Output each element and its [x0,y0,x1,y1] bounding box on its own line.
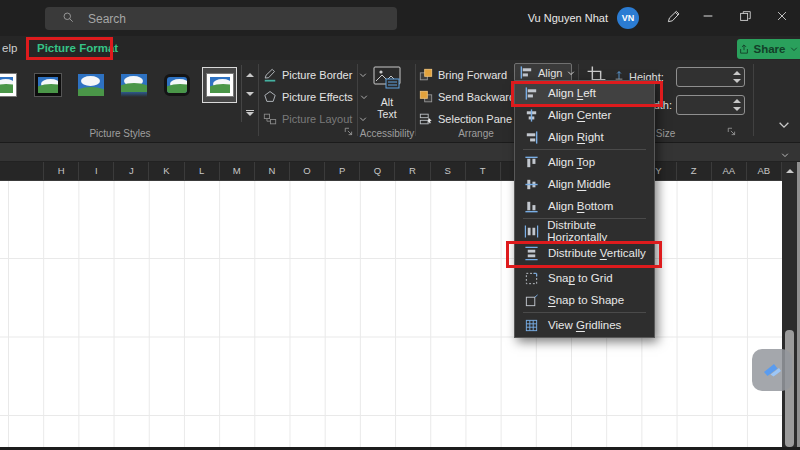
group-separator [415,64,416,136]
column-header-partial [0,162,44,180]
width-value [677,96,729,114]
dialog-launcher-icon [343,124,355,141]
column-header-H[interactable]: H [44,162,79,180]
search-placeholder: Search [88,12,126,26]
width-input[interactable] [676,95,745,115]
picture-style-plain[interactable] [74,68,107,102]
snap-to-shape-icon [523,293,540,308]
collapse-ribbon-button[interactable] [777,118,791,136]
column-header-R[interactable]: R [395,162,430,180]
close-button[interactable] [763,0,800,36]
column-headers: HIJKLMNOPQRSTUVWXYZAAAB [0,162,782,181]
bring-forward-button[interactable]: Bring Forward [418,66,523,84]
minimize-button[interactable] [689,0,726,36]
button-label: Selection Pane [438,113,512,125]
picture-style-frame-white-partial[interactable] [0,68,19,102]
excel-window: Search Vu Nguyen Nhat VN elp Picture For… [0,0,800,450]
alt-text-icon [373,66,401,92]
picture-effects-button[interactable]: Picture Effects [262,88,369,106]
picture-styles-dialog-launcher[interactable] [343,124,356,137]
picture-layout-icon [262,112,277,126]
scroll-up-button[interactable] [782,162,797,180]
column-header-Z[interactable]: Z [677,162,712,180]
menu-separator [523,149,646,150]
column-header-N[interactable]: N [255,162,290,180]
column-header-S[interactable]: S [431,162,466,180]
menu-item-align-right[interactable]: Align Right [515,126,654,148]
button-label: Bring Forward [438,69,507,81]
share-button[interactable]: Share [737,39,800,59]
column-header-Q[interactable]: Q [360,162,395,180]
picture-style-frame-white[interactable] [203,68,236,102]
picture-format-highlight [26,37,113,60]
column-header-L[interactable]: L [185,162,220,180]
menu-item-align-top[interactable]: Align Top [515,151,654,173]
restore-icon [738,9,752,27]
group-separator [357,64,358,136]
triangle-up-icon [786,169,794,173]
column-header-AA[interactable]: AA [712,162,747,180]
menu-item-snap-to-grid[interactable]: Snap to Grid [515,267,654,289]
gallery-scroll-down-button[interactable] [242,84,257,103]
avatar[interactable]: VN [617,7,639,29]
picture-style-rounded-dark[interactable] [160,68,193,102]
user-name[interactable]: Vu Nguyen Nhat [528,12,608,24]
align-button-label: Align [538,67,562,79]
widget-logo-icon [760,358,784,382]
button-label: Send Backward [438,91,515,103]
gallery-scroll-up-button[interactable] [242,65,257,84]
column-header-M[interactable]: M [220,162,255,180]
draw-pen-button[interactable] [657,9,689,28]
picture-style-frame-black[interactable] [31,68,64,102]
bring-forward-icon [418,68,433,82]
size-dialog-launcher[interactable] [726,124,739,137]
menu-item-label: Align Right [548,131,604,143]
title-bar: Search Vu Nguyen Nhat VN [0,0,800,36]
menu-item-label: Align Middle [548,178,611,190]
column-header-J[interactable]: J [114,162,149,180]
menu-item-view-gridlines[interactable]: View Gridlines [515,314,654,336]
titlebar-right: Vu Nguyen Nhat VN [528,0,800,36]
dialog-launcher-icon [726,124,738,141]
ribbon: Picture BorderPicture EffectsPicture Lay… [0,60,800,143]
minimize-icon [701,9,715,27]
width-spinner[interactable] [729,96,744,114]
formula-bar[interactable] [0,143,800,162]
vertical-scrollbar[interactable] [782,162,797,447]
worksheet-grid[interactable] [0,181,782,447]
align-left-highlight [511,81,663,107]
menu-separator [523,312,646,313]
restore-button[interactable] [726,0,763,36]
selection-pane-button[interactable]: Selection Pane [418,110,512,128]
column-header-P[interactable]: P [325,162,360,180]
menu-item-distribute-horizontally[interactable]: Distribute Horizontally [515,220,654,242]
search-icon [62,11,75,27]
menu-item-align-bottom[interactable]: Align Bottom [515,195,654,217]
column-header-I[interactable]: I [79,162,114,180]
height-spinner[interactable] [729,68,744,86]
group-separator [753,64,754,136]
menu-item-align-center[interactable]: Align Center [515,104,654,126]
share-label: Share [754,43,786,55]
picture-border-button[interactable]: Picture Border [262,66,368,84]
height-input[interactable] [676,67,745,87]
column-header-O[interactable]: O [290,162,325,180]
distribute-vertically-highlight [506,241,662,268]
column-header-AB[interactable]: AB [747,162,782,180]
column-header-K[interactable]: K [149,162,184,180]
picture-style-reflection[interactable] [117,68,150,102]
gallery-more-button[interactable] [242,103,257,122]
floating-widget[interactable] [752,349,792,391]
alt-text-label-1: Alt [381,96,393,108]
selection-pane-icon [418,112,433,126]
group-label-accessibility: Accessibility [357,128,417,139]
column-header-T[interactable]: T [466,162,501,180]
align-dropdown-menu: Align LeftAlign CenterAlign RightAlign T… [514,80,655,338]
menu-item-snap-to-shape[interactable]: Snap to Shape [515,289,654,311]
alt-text-button[interactable]: Alt Text [359,64,415,124]
draw-pen-icon [666,9,681,28]
tab-help-partial[interactable]: elp [2,36,17,60]
menu-item-align-middle[interactable]: Align Middle [515,173,654,195]
search-input[interactable]: Search [45,7,397,30]
alt-text-label-2: Text [377,108,396,120]
